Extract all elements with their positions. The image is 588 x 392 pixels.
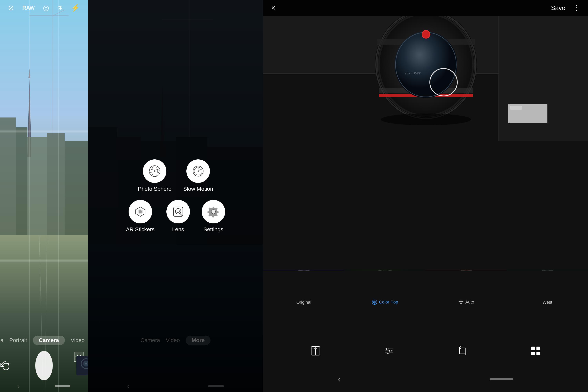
- shutter-bar-left: [0, 351, 88, 380]
- nav-bar-right: ‹: [263, 366, 588, 392]
- lens-label: Lens: [172, 226, 184, 232]
- back-button-right[interactable]: ‹: [338, 375, 341, 384]
- settings-icon-circle: [202, 200, 225, 224]
- filter-original-label: Original: [296, 300, 311, 305]
- mode-portrait[interactable]: Portrait: [10, 337, 27, 344]
- svg-rect-70: [498, 16, 499, 141]
- svg-line-49: [180, 214, 182, 216]
- close-button[interactable]: ×: [271, 4, 275, 12]
- shutter-button[interactable]: [35, 351, 53, 380]
- svg-point-47: [175, 208, 181, 214]
- toolbar-adjust[interactable]: [383, 345, 395, 357]
- main-photo-area: 28-135mm: [263, 16, 588, 141]
- svg-rect-109: [531, 352, 535, 355]
- photo-editor-panel: × Save ⋮: [263, 0, 588, 392]
- svg-point-42: [198, 170, 199, 172]
- flash-off-icon[interactable]: ⚡: [71, 4, 80, 12]
- filter-west[interactable]: West: [507, 272, 588, 308]
- lens-photo: 28-135mm: [263, 16, 588, 141]
- svg-point-103: [389, 350, 391, 352]
- timer-icon[interactable]: ◎: [43, 4, 49, 12]
- settings-label: Settings: [203, 226, 223, 232]
- svg-point-23: [85, 363, 87, 364]
- svg-marker-98: [314, 346, 317, 349]
- slow-motion-label: Slow Motion: [183, 186, 213, 192]
- menu-row-2: AR Stickers Lens: [126, 200, 225, 232]
- menu-row-1: Photo Sphere Slow Motion: [138, 160, 213, 192]
- svg-marker-94: [459, 300, 463, 304]
- toolbar-crop[interactable]: [456, 345, 468, 357]
- temp-icon[interactable]: ⚗: [57, 4, 63, 11]
- svg-point-45: [139, 210, 142, 213]
- editor-toolbar: [263, 335, 588, 366]
- mode-camera-active[interactable]: Camera: [33, 336, 65, 345]
- save-button[interactable]: Save: [551, 4, 565, 12]
- top-bar-left: ⊘ RAW ◎ ⚗ ⚡: [0, 0, 88, 16]
- filter-auto-label: Auto: [465, 300, 474, 305]
- camera-panel-left: ⊘ RAW ◎ ⚗ ⚡ norama Portrait Camera Video…: [0, 0, 88, 392]
- svg-point-68: [381, 114, 471, 125]
- svg-point-37: [154, 170, 155, 172]
- photo-sphere-icon-circle: [143, 160, 166, 183]
- menu-item-settings[interactable]: Settings: [202, 200, 225, 232]
- svg-point-104: [387, 352, 389, 354]
- ar-stickers-label: AR Stickers: [126, 226, 154, 232]
- home-indicator-left: [55, 385, 70, 387]
- more-menu: Photo Sphere Slow Motion: [88, 0, 263, 392]
- ar-stickers-icon-circle: [129, 200, 152, 224]
- editor-header: × Save ⋮: [263, 0, 588, 16]
- slow-motion-icon-circle: [186, 160, 210, 183]
- toolbar-more-tools[interactable]: [530, 345, 541, 357]
- svg-point-93: [373, 302, 374, 303]
- do-not-disturb-icon[interactable]: ⊘: [8, 4, 14, 12]
- filter-original[interactable]: Original: [263, 272, 344, 308]
- svg-point-48: [177, 210, 180, 213]
- filter-color-pop[interactable]: Color Pop: [344, 272, 426, 308]
- filter-west-label: West: [542, 300, 552, 305]
- svg-point-102: [386, 348, 388, 350]
- more-options-button[interactable]: ⋮: [573, 4, 580, 12]
- nav-bar-left: ‹: [0, 380, 88, 392]
- mode-panorama[interactable]: norama: [0, 337, 4, 344]
- filter-auto[interactable]: Auto: [426, 272, 507, 308]
- menu-item-slow-motion[interactable]: Slow Motion: [183, 160, 213, 192]
- last-photo-thumbnail[interactable]: [76, 356, 88, 375]
- home-indicator-right: [490, 378, 513, 380]
- menu-item-lens[interactable]: Lens: [166, 200, 190, 232]
- toolbar-enhance[interactable]: [310, 345, 322, 357]
- menu-item-ar-stickers[interactable]: AR Stickers: [126, 200, 154, 232]
- menu-item-photo-sphere[interactable]: Photo Sphere: [138, 160, 171, 192]
- camera-panel-middle: Photo Sphere Slow Motion: [88, 0, 263, 392]
- svg-rect-107: [531, 346, 535, 350]
- svg-text:28-135mm: 28-135mm: [404, 71, 421, 75]
- back-button-left[interactable]: ‹: [18, 383, 20, 390]
- svg-rect-72: [510, 106, 522, 110]
- svg-point-51: [211, 210, 215, 214]
- filter-color-pop-label: Color Pop: [379, 300, 398, 305]
- svg-rect-108: [536, 346, 540, 350]
- raw-icon[interactable]: RAW: [22, 5, 35, 11]
- svg-point-66: [422, 31, 429, 38]
- mode-video[interactable]: Video: [71, 337, 85, 344]
- filter-label-strip: Original Color Pop: [263, 270, 588, 308]
- svg-rect-110: [536, 352, 540, 355]
- photo-sphere-label: Photo Sphere: [138, 186, 171, 192]
- mode-bar-left: norama Portrait Camera Video More: [0, 336, 88, 345]
- svg-point-62: [395, 31, 457, 98]
- lens-icon-circle: [166, 200, 190, 224]
- flip-camera-button[interactable]: [0, 358, 12, 374]
